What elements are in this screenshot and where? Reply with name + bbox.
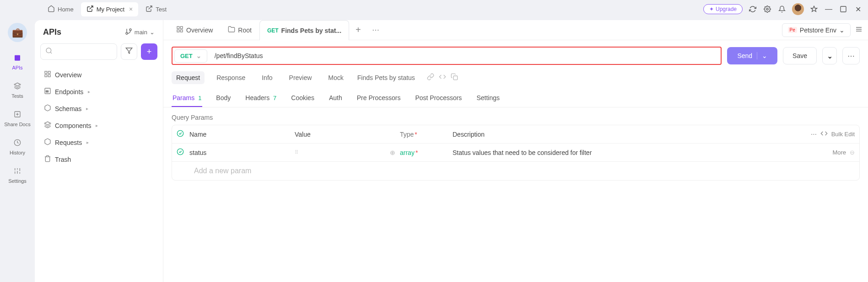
svg-rect-23 xyxy=(177,27,179,29)
tab-more-icon[interactable]: ⋯ xyxy=(367,26,384,34)
ctab-finds-pets[interactable]: GET Finds Pets by stat... xyxy=(259,20,349,40)
tab-label: Test xyxy=(156,6,167,13)
close-window-icon[interactable]: ✕ xyxy=(853,5,863,14)
hamburger-icon[interactable] xyxy=(855,26,863,35)
close-icon[interactable]: × xyxy=(129,5,133,13)
nav-label: Share Docs xyxy=(4,122,30,127)
upgrade-button[interactable]: ✦ Upgrade xyxy=(703,4,743,14)
bell-icon[interactable] xyxy=(777,5,787,14)
avatar[interactable] xyxy=(792,3,804,15)
pin-icon[interactable] xyxy=(809,5,819,14)
col-name: Name xyxy=(189,131,295,138)
add-tab-button[interactable]: + xyxy=(349,25,367,35)
table-row-ghost[interactable]: Add a new param xyxy=(172,162,859,180)
more-icon[interactable]: ⋯ xyxy=(811,131,817,138)
save-dropdown[interactable]: ⌄ xyxy=(822,47,837,64)
code-icon[interactable] xyxy=(820,130,828,138)
box-icon xyxy=(44,138,51,147)
method-selector[interactable]: GET ⌄ xyxy=(174,49,207,63)
bulk-edit-link[interactable]: Bulk Edit xyxy=(831,131,855,138)
col-desc: Description xyxy=(453,131,809,138)
ptab-auth[interactable]: Auth xyxy=(328,90,343,107)
minimize-icon[interactable]: — xyxy=(824,5,833,14)
ptab-cookies[interactable]: Cookies xyxy=(290,90,315,107)
copy-icon[interactable] xyxy=(451,73,458,82)
add-value-icon[interactable]: ⊕ xyxy=(390,149,395,156)
nav-tests[interactable]: Tests xyxy=(11,80,23,99)
cube-icon xyxy=(44,104,51,113)
col-value: Value xyxy=(295,131,400,138)
nav-share-docs[interactable]: Share Docs xyxy=(4,109,30,127)
share-icon xyxy=(12,109,23,120)
stab-preview[interactable]: Preview xyxy=(285,71,317,84)
more-button[interactable]: ⋯ xyxy=(842,47,860,64)
svg-rect-24 xyxy=(180,27,183,29)
code-icon[interactable] xyxy=(439,73,446,82)
chevron-down-icon: ⌄ xyxy=(196,53,201,59)
row-more[interactable]: More xyxy=(832,149,846,156)
filter-button[interactable] xyxy=(121,43,137,60)
param-desc[interactable]: Status values that need to be considered… xyxy=(453,149,809,156)
drag-icon[interactable]: ⠿ xyxy=(295,149,298,155)
save-button[interactable]: Save xyxy=(783,47,817,64)
branch-selector[interactable]: main ⌄ xyxy=(125,28,155,37)
branch-name: main xyxy=(135,29,147,36)
link-icon[interactable] xyxy=(427,73,434,82)
chevron-down-icon[interactable]: ⌄ xyxy=(757,52,767,59)
tab-home[interactable]: Home xyxy=(42,2,79,16)
ptab-headers[interactable]: Headers 7 xyxy=(244,90,277,107)
url-input[interactable] xyxy=(209,52,721,59)
tab-test[interactable]: Test xyxy=(140,2,172,16)
ptab-settings[interactable]: Settings xyxy=(475,90,501,107)
api-name: Finds Pets by status xyxy=(357,74,415,81)
stab-info[interactable]: Info xyxy=(257,71,277,84)
ctab-root[interactable]: Root xyxy=(221,20,259,40)
stab-response[interactable]: Response xyxy=(212,71,250,84)
tree-endpoints[interactable]: 96 Endpoints ▸ xyxy=(40,83,157,100)
trash-icon xyxy=(44,155,51,164)
nav-apis[interactable]: APIs xyxy=(12,52,23,70)
gear-icon[interactable] xyxy=(763,5,772,14)
ptab-pre[interactable]: Pre Processors xyxy=(356,90,402,107)
table-header: Name Value Type* Description ⋯ Bulk Edit xyxy=(172,125,859,144)
tree-requests[interactable]: Requests ▸ xyxy=(40,134,157,151)
check-all[interactable] xyxy=(177,130,189,138)
nav-label: History xyxy=(10,150,25,155)
param-type[interactable]: array* xyxy=(400,149,453,156)
svg-point-13 xyxy=(126,32,128,34)
nav-settings[interactable]: Settings xyxy=(8,165,27,184)
stab-request[interactable]: Request xyxy=(172,71,205,84)
nav-history[interactable]: History xyxy=(10,137,25,155)
param-value[interactable]: ⠿ ⊕ xyxy=(295,149,400,156)
maximize-icon[interactable] xyxy=(839,5,848,14)
row-check[interactable] xyxy=(177,148,189,157)
tree-schemas[interactable]: Schemas ▸ xyxy=(40,100,157,117)
env-label: Petstore Env xyxy=(800,27,836,34)
ptab-params[interactable]: Params 1 xyxy=(172,90,202,107)
env-selector[interactable]: Pe Petstore Env ⌄ xyxy=(782,23,851,37)
ctab-overview[interactable]: Overview xyxy=(169,20,221,40)
workspace-icon[interactable]: 💼 xyxy=(8,23,27,42)
tab-my-project[interactable]: My Project × xyxy=(81,2,139,16)
grid-icon xyxy=(176,26,183,34)
add-button[interactable]: + xyxy=(141,43,157,60)
tree-trash[interactable]: Trash xyxy=(40,151,157,168)
remove-icon[interactable]: ⊖ xyxy=(850,149,855,156)
overview-icon xyxy=(44,70,51,79)
svg-marker-16 xyxy=(126,48,132,53)
tree-components[interactable]: Components ▸ xyxy=(40,117,157,134)
tree-overview[interactable]: Overview xyxy=(40,66,157,83)
stab-mock[interactable]: Mock xyxy=(323,71,348,84)
svg-point-14 xyxy=(46,48,51,53)
refresh-icon[interactable] xyxy=(748,5,757,14)
tree-label: Endpoints xyxy=(55,88,83,96)
filter-icon xyxy=(125,47,133,56)
svg-rect-17 xyxy=(45,71,47,74)
ptab-body[interactable]: Body xyxy=(215,90,232,107)
ptab-post[interactable]: Post Processors xyxy=(414,90,463,107)
section-label: Query Params xyxy=(163,107,868,125)
tree-label: Overview xyxy=(55,71,81,79)
search-input[interactable] xyxy=(40,43,117,60)
send-button[interactable]: Send ⌄ xyxy=(727,47,777,64)
param-name[interactable]: status xyxy=(189,149,295,156)
